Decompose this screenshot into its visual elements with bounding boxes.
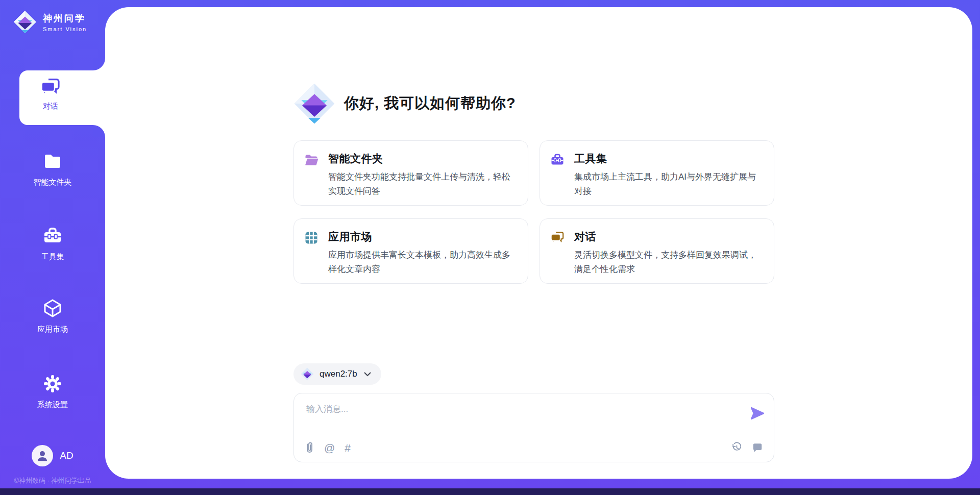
folder-icon xyxy=(42,151,63,171)
card-description: 灵活切换多模型文件，支持多样回复效果调试，满足个性化需求 xyxy=(574,248,764,277)
model-selector[interactable]: qwen2:7b xyxy=(293,363,381,385)
sidebar-item-label: 应用市场 xyxy=(0,325,105,334)
model-logo-icon xyxy=(301,367,314,381)
attach-button[interactable] xyxy=(304,441,315,454)
composer-toolbar: @ # xyxy=(294,433,774,462)
toolbox-icon xyxy=(550,153,565,167)
greeting-block: 你好, 我可以如何帮助你? xyxy=(293,83,516,125)
sidebar-item-label: 对话 xyxy=(43,102,58,111)
app-title: 神州问学 xyxy=(43,12,87,24)
user-account[interactable]: AD xyxy=(0,445,105,466)
sidebar-item-label: 系统设置 xyxy=(0,400,105,410)
sidebar-item-toolset[interactable]: 工具集 xyxy=(0,226,105,262)
hash-icon: # xyxy=(345,442,351,453)
send-icon xyxy=(750,406,765,421)
chat-icon xyxy=(40,77,61,97)
message-icon xyxy=(752,442,763,453)
paperclip-icon xyxy=(305,442,314,453)
chevron-down-icon xyxy=(364,372,371,377)
card-title: 对话 xyxy=(574,230,764,244)
app-logo-icon xyxy=(13,10,37,34)
history-button[interactable] xyxy=(730,441,743,454)
model-name: qwen2:7b xyxy=(320,369,357,379)
feature-cards: 智能文件夹 智能文件夹功能支持批量文件上传与清洗，轻松实现文件问答 工具集 集成… xyxy=(293,140,774,284)
sidebar-item-settings[interactable]: 系统设置 xyxy=(0,374,105,410)
mention-button[interactable]: @ xyxy=(323,441,336,454)
chat-icon xyxy=(550,231,565,245)
sidebar-item-label: 工具集 xyxy=(0,252,105,262)
card-toolset[interactable]: 工具集 集成市场上主流工具，助力AI与外界无缝扩展与对接 xyxy=(540,140,774,206)
history-icon xyxy=(731,442,742,453)
conversation-button[interactable] xyxy=(751,441,764,454)
card-description: 集成市场上主流工具，助力AI与外界无缝扩展与对接 xyxy=(574,170,764,199)
cube-icon xyxy=(42,298,63,318)
greeting-title: 你好, 我可以如何帮助你? xyxy=(344,93,516,114)
card-app-market[interactable]: 应用市场 应用市场提供丰富长文本模板，助力高效生成多样化文章内容 xyxy=(293,218,528,284)
send-button[interactable] xyxy=(750,406,765,421)
at-icon: @ xyxy=(324,442,335,453)
sidebar-item-smart-folder[interactable]: 智能文件夹 xyxy=(0,151,105,187)
card-title: 智能文件夹 xyxy=(328,152,518,166)
card-description: 智能文件夹功能支持批量文件上传与清洗，轻松实现文件问答 xyxy=(328,170,518,199)
tab-curve-top xyxy=(93,58,105,70)
card-chat[interactable]: 对话 灵活切换多模型文件，支持多样回复效果调试，满足个性化需求 xyxy=(540,218,774,284)
app-logo-block: 神州问学 Smart Vision xyxy=(13,10,87,34)
topic-button[interactable]: # xyxy=(344,441,352,454)
card-description: 应用市场提供丰富长文本模板，助力高效生成多样化文章内容 xyxy=(328,248,518,277)
message-input[interactable] xyxy=(294,393,774,431)
app-subtitle: Smart Vision xyxy=(43,26,87,32)
user-name: AD xyxy=(60,450,73,461)
bottom-edge-bar xyxy=(0,488,980,495)
sidebar-item-label: 智能文件夹 xyxy=(0,178,105,187)
sidebar-item-chat[interactable]: 对话 xyxy=(19,70,105,125)
tab-curve-bottom xyxy=(93,125,105,137)
avatar xyxy=(32,445,53,466)
toolbox-icon xyxy=(42,226,63,246)
greeting-logo-icon xyxy=(293,83,335,125)
main-content-panel: 你好, 我可以如何帮助你? 智能文件夹 智能文件夹功能支持批量文件上传与清洗，轻… xyxy=(105,7,972,479)
card-title: 应用市场 xyxy=(328,230,518,244)
card-smart-folder[interactable]: 智能文件夹 智能文件夹功能支持批量文件上传与清洗，轻松实现文件问答 xyxy=(293,140,528,206)
card-title: 工具集 xyxy=(574,152,764,166)
gear-icon xyxy=(42,374,63,394)
message-composer: @ # xyxy=(293,393,774,462)
sidebar-item-app-market[interactable]: 应用市场 xyxy=(0,298,105,334)
copyright-footer: ©神州数码 · 神州问学出品 xyxy=(0,476,105,485)
open-folder-icon xyxy=(304,153,318,167)
user-icon xyxy=(36,449,49,462)
grid-icon xyxy=(304,231,318,245)
